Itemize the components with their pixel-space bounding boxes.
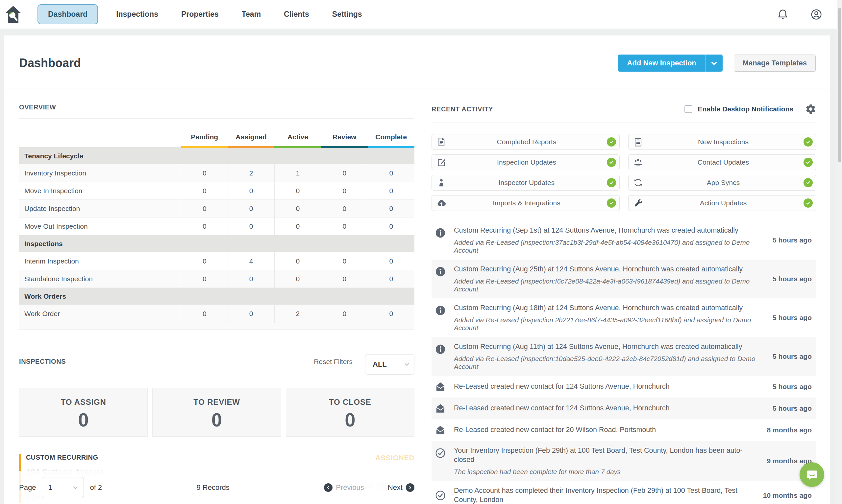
- feed-item[interactable]: Custom Recurring (Aug 25th) at 124 Sutto…: [431, 259, 817, 298]
- app-logo-icon[interactable]: [5, 5, 22, 24]
- cell-active: 0: [274, 217, 321, 235]
- scrollbar-thumb[interactable]: [838, 8, 841, 162]
- tab-dashboard[interactable]: Dashboard: [37, 4, 98, 24]
- feed-subtitle: Added via Re-Leased (inspection:10dae525…: [454, 355, 763, 371]
- feed-item[interactable]: Demo Account has completed their Invento…: [431, 481, 817, 504]
- toggle-app-syncs[interactable]: App Syncs: [628, 175, 817, 191]
- tab-properties[interactable]: Properties: [170, 10, 230, 19]
- cell-pending: 0: [181, 252, 228, 270]
- row-label: Work Order: [19, 305, 181, 323]
- overview-heading-row: OVERVIEW: [19, 104, 414, 119]
- check-circle-icon: [435, 490, 446, 501]
- content-columns: OVERVIEW Pending Assigned Active Review …: [4, 88, 830, 504]
- cell-complete: 0: [368, 182, 414, 200]
- tab-team[interactable]: Team: [230, 10, 272, 19]
- column-header-pending: Pending: [181, 133, 228, 147]
- feed-item[interactable]: Custom Recurring (Aug 18th) at 124 Sutto…: [431, 298, 817, 337]
- toggle-label: App Syncs: [643, 179, 804, 186]
- cell-active: 2: [274, 305, 321, 323]
- cell-complete: 0: [368, 217, 414, 235]
- feed-title: Custom Recurring (Aug 25th) at 124 Sutto…: [454, 265, 763, 274]
- toggle-inspection-updates[interactable]: Inspection Updates: [431, 155, 620, 170]
- inspection-filter-select[interactable]: ALL: [365, 354, 414, 375]
- cell-assigned: 0: [228, 182, 275, 200]
- row-label: Update Inspection: [19, 200, 181, 217]
- page-of-label: of 2: [90, 483, 102, 492]
- toggle-inspector-updates[interactable]: Inspector Updates: [431, 175, 620, 191]
- feed-item[interactable]: Custom Recurring (Sep 1st) at 124 Sutton…: [431, 221, 817, 259]
- row-label: Standalone Inspection: [19, 270, 181, 288]
- desktop-notifications-checkbox[interactable]: [685, 105, 692, 113]
- cell-pending: 0: [181, 164, 228, 182]
- toggle-completed-reports[interactable]: Completed Reports: [431, 134, 620, 150]
- column-header-assigned: Assigned: [228, 133, 275, 147]
- toggle-label: Inspection Updates: [446, 158, 607, 166]
- row-label: Interim Inspection: [19, 252, 181, 270]
- recent-activity-heading: RECENT ACTIVITY: [431, 106, 493, 113]
- gear-icon[interactable]: [805, 104, 817, 115]
- feed-subtitle: Added via Re-Leased (inspection:37ac1b3f…: [454, 238, 763, 254]
- tab-settings[interactable]: Settings: [321, 10, 374, 19]
- feed-item[interactable]: Re-Leased created new contact for 124 Su…: [431, 398, 817, 419]
- toggle-label: Completed Reports: [446, 138, 607, 146]
- toggle-contact-updates[interactable]: Contact Updates: [628, 155, 817, 170]
- info-icon: [435, 344, 446, 355]
- cell-complete: 0: [368, 200, 414, 217]
- cell-complete: 0: [368, 270, 414, 288]
- previous-page-button[interactable]: Previous: [324, 483, 364, 492]
- column-header-complete: Complete: [368, 133, 414, 147]
- enabled-check-icon: [804, 178, 813, 187]
- cell-review: 0: [321, 200, 368, 217]
- next-page-button[interactable]: Next: [388, 483, 414, 492]
- feed-subtitle: Added via Re-Leased (inspection:f6c72e08…: [454, 277, 763, 293]
- notifications-bell-icon[interactable]: [777, 8, 789, 20]
- to-assign-card[interactable]: TO ASSIGN 0: [19, 388, 148, 437]
- feed-title: Re-Leased created new contact for 124 Su…: [454, 382, 763, 391]
- info-icon: [435, 227, 446, 238]
- vertical-scrollbar[interactable]: [837, 0, 842, 504]
- toggle-label: Action Updates: [643, 199, 804, 207]
- cell-review: 0: [321, 182, 368, 200]
- feed-item[interactable]: Your Inventory Inspection (Feb 29th) at …: [431, 441, 817, 481]
- to-close-card[interactable]: TO CLOSE 0: [286, 388, 414, 437]
- account-user-icon[interactable]: [810, 8, 822, 20]
- toggle-action-updates[interactable]: Action Updates: [628, 195, 817, 211]
- cell-assigned: 4: [228, 252, 275, 270]
- card-label: TO REVIEW: [153, 398, 280, 407]
- add-new-inspection-dropdown-button[interactable]: [705, 55, 723, 72]
- feed-item[interactable]: Re-Leased created new contact for 20 Wil…: [431, 419, 817, 441]
- next-arrow-icon: [406, 483, 414, 492]
- chevron-down-icon: [710, 59, 718, 67]
- to-review-card[interactable]: TO REVIEW 0: [152, 388, 281, 437]
- cell-pending: 0: [181, 270, 228, 288]
- feed-timestamp: 5 hours ago: [773, 236, 812, 244]
- tab-clients[interactable]: Clients: [272, 10, 321, 19]
- feed-item[interactable]: Custom Recurring (Aug 11th) at 124 Sutto…: [431, 337, 817, 376]
- reset-filters-link[interactable]: Reset Filters: [314, 358, 353, 366]
- file-text-icon: [436, 137, 446, 147]
- wrench-icon: [633, 198, 643, 208]
- edit-icon: [436, 157, 446, 167]
- cell-complete: 0: [368, 252, 414, 270]
- panel-header: Dashboard Add New Inspection Manage Temp…: [4, 35, 830, 88]
- manage-templates-button[interactable]: Manage Templates: [734, 55, 816, 72]
- toggle-imports-integrations[interactable]: Imports & Integrations: [431, 195, 620, 211]
- feed-subtitle: Added via Re-Leased (inspection:2b2217ee…: [454, 316, 763, 332]
- cell-pending: 0: [181, 217, 228, 235]
- tab-inspections[interactable]: Inspections: [105, 10, 170, 19]
- cell-assigned: 2: [228, 164, 275, 182]
- row-label: Inventory Inspection: [19, 164, 181, 182]
- toggle-label: New Inspections: [643, 138, 804, 146]
- feed-item[interactable]: Re-Leased created new contact for 124 Su…: [431, 376, 817, 398]
- overview-table: Pending Assigned Active Review Complete …: [19, 133, 414, 323]
- cell-review: 0: [321, 164, 368, 182]
- page-label: Page: [19, 483, 36, 492]
- cell-assigned: 0: [228, 270, 275, 288]
- chat-launcher-button[interactable]: [800, 462, 824, 487]
- add-new-inspection-button[interactable]: Add New Inspection: [618, 55, 705, 72]
- page-number-select[interactable]: 1: [42, 477, 84, 498]
- row-label: Move In Inspection: [19, 182, 181, 200]
- table-row: Work Order 0 0 2 0 0: [19, 305, 414, 323]
- toggle-new-inspections[interactable]: New Inspections: [628, 134, 817, 150]
- cell-complete: 0: [368, 305, 414, 323]
